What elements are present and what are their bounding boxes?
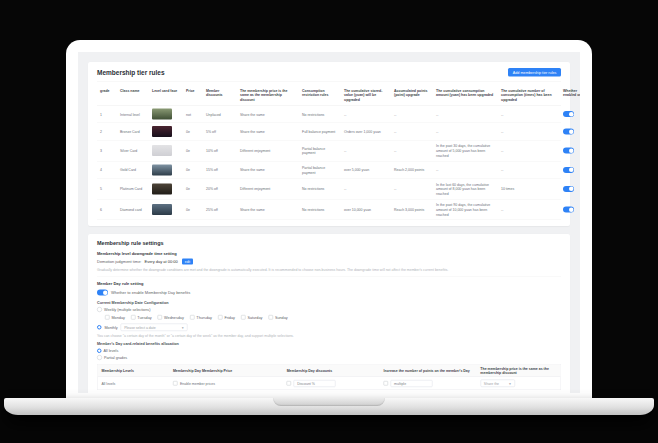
card-face-cell xyxy=(149,180,183,197)
member-discount-cell: 15% off xyxy=(203,164,237,175)
benefit-table-header-row: Membership Levels Membership Day Members… xyxy=(98,365,561,378)
level-card-face-image xyxy=(152,145,172,156)
column-header-cumulative-amount: The cumulative consumption amount (yuan)… xyxy=(433,85,498,100)
level-card-face-image xyxy=(152,164,172,175)
member-day-toggle-label: Whether to enable Membership Day benefit… xyxy=(111,290,190,295)
points-multiple-input[interactable]: multiple xyxy=(391,380,433,387)
weekday-option-tuesday[interactable]: Tuesday xyxy=(131,315,152,320)
card-header: Membership tier rules Add membership tie… xyxy=(97,68,561,82)
level-card-face-image xyxy=(152,109,172,120)
cumulative-amount-cell: In the past 30 days, the cumulative amou… xyxy=(433,141,498,161)
member-discount-cell: 10% off xyxy=(203,145,237,156)
column-header-consumption-rules: Consumption restriction rules xyxy=(299,85,341,100)
rule-settings-card: Membership rule settings Membership leve… xyxy=(88,234,570,393)
radio-icon[interactable] xyxy=(97,325,102,330)
points-cell: -- xyxy=(391,109,433,120)
member-day-toggle-row: Whether to enable Membership Day benefit… xyxy=(97,290,561,296)
column-header-cumulative-times: The cumulative number of consumption (ti… xyxy=(498,85,560,105)
table-header-row: grade Class name Level card face Price M… xyxy=(97,85,561,106)
checkbox-icon[interactable] xyxy=(268,315,273,320)
checkbox-icon[interactable] xyxy=(131,315,136,320)
demotion-time-edit-button[interactable]: edit xyxy=(182,259,193,265)
benefit-header-price-same: The membership price is the same as the … xyxy=(476,365,560,377)
radio-icon[interactable] xyxy=(97,307,102,312)
allocation-all-levels-option[interactable]: All levels xyxy=(97,349,561,354)
allocation-partial-label: Partial grades xyxy=(104,355,127,360)
checkbox-icon[interactable] xyxy=(218,315,223,320)
radio-icon[interactable] xyxy=(97,355,102,360)
enabled-toggle[interactable] xyxy=(563,111,574,117)
weekday-option-wednesday[interactable]: Wednesday xyxy=(158,315,184,320)
price-same-select[interactable]: Share the ▼ xyxy=(480,380,515,388)
weekday-option-friday[interactable]: Friday xyxy=(218,315,235,320)
page-content: Membership tier rules Add membership tie… xyxy=(78,52,580,393)
add-tier-rule-button[interactable]: Add membership tier rules xyxy=(508,68,561,77)
checkbox-icon[interactable] xyxy=(190,315,195,320)
grade-cell: 1 xyxy=(97,109,117,120)
table-row: 4Gold Card0e15% offShare the samePartial… xyxy=(97,161,561,179)
consumption-rule-cell: No restrictions xyxy=(299,184,341,195)
price-same-cell: Share the same xyxy=(237,109,299,120)
benefit-header-discounts: Membership Day discounts xyxy=(283,366,380,375)
checkbox-icon[interactable] xyxy=(105,315,110,320)
table-row: 1Internal levelnotUnplacedShare the same… xyxy=(97,106,561,124)
weekday-label: Monday xyxy=(112,315,125,320)
table-row: 3Silver Card0e10% offDifferent enjoyment… xyxy=(97,141,561,162)
level-card-face-image xyxy=(152,204,172,215)
radio-icon[interactable] xyxy=(97,349,102,354)
chevron-down-icon: ▼ xyxy=(508,382,511,385)
enabled-toggle[interactable] xyxy=(563,148,574,154)
cumulative-amount-cell: -- xyxy=(433,109,498,120)
column-header-price: Price xyxy=(183,85,203,96)
class-name-cell: Gold Card xyxy=(117,164,149,175)
enabled-toggle[interactable] xyxy=(563,186,574,192)
checkbox-icon[interactable] xyxy=(241,315,246,320)
stored-value-cell: -- xyxy=(341,145,391,156)
cumulative-amount-cell: -- xyxy=(433,164,498,175)
column-header-grade: grade xyxy=(97,85,117,96)
date-select[interactable]: Please select a date ▼ xyxy=(121,324,188,332)
allocation-partial-option[interactable]: Partial grades xyxy=(97,355,561,360)
enable-member-prices-checkbox[interactable] xyxy=(173,381,178,386)
cumulative-times-cell: -- xyxy=(498,109,560,120)
points-cell: -- xyxy=(391,126,433,137)
points-checkbox[interactable] xyxy=(384,381,389,386)
downgrade-heading: Membership level downgrade time setting xyxy=(97,251,561,256)
weekday-label: Thursday xyxy=(196,315,212,320)
level-card-face-image xyxy=(152,126,172,137)
tier-rules-table: grade Class name Level card face Price M… xyxy=(97,85,561,220)
enabled-toggle[interactable] xyxy=(563,167,574,173)
benefit-header-levels: Membership Levels xyxy=(98,366,169,375)
member-day-heading: Member Day rule setting xyxy=(97,282,561,287)
card-face-cell xyxy=(149,106,183,123)
monthly-option-label: Monthly xyxy=(105,325,118,330)
price-same-cell: Different enjoyment xyxy=(237,184,299,195)
enabled-toggle[interactable] xyxy=(563,207,574,213)
consumption-rule-cell: Full balance payment xyxy=(299,126,341,137)
weekday-label: Friday xyxy=(224,315,234,320)
consumption-rule-cell: No restrictions xyxy=(299,204,341,215)
member-day-toggle[interactable] xyxy=(97,290,108,296)
enabled-cell xyxy=(560,204,580,216)
class-name-cell: Diamond card xyxy=(117,204,149,215)
weekday-option-saturday[interactable]: Saturday xyxy=(241,315,263,320)
weekly-radio-option[interactable]: Weekly (multiple selections) xyxy=(97,307,561,312)
cumulative-times-cell: -- xyxy=(498,126,560,137)
monthly-radio-option[interactable]: Monthly Please select a date ▼ xyxy=(97,324,561,332)
weekly-option-label: Weekly (multiple selections) xyxy=(104,307,150,312)
discount-input[interactable]: Discount % xyxy=(294,380,336,387)
downgrade-note: Gradually determine whether the downgrad… xyxy=(97,268,561,272)
card-face-cell xyxy=(149,201,183,218)
table-body: 1Internal levelnotUnplacedShare the same… xyxy=(97,106,561,220)
weekday-option-monday[interactable]: Monday xyxy=(105,315,125,320)
class-name-cell: Bronze Card xyxy=(117,126,149,137)
weekday-option-sunday[interactable]: Sunday xyxy=(268,315,287,320)
checkbox-icon[interactable] xyxy=(158,315,163,320)
weekday-option-thursday[interactable]: Thursday xyxy=(190,315,212,320)
benefit-header-member-price: Membership Day Membership Price xyxy=(169,366,283,375)
demotion-time-value: Every day at 00:00 xyxy=(144,259,177,264)
card-face-cell xyxy=(149,161,183,178)
benefit-same-cell: Share the ▼ xyxy=(476,377,560,390)
enabled-toggle[interactable] xyxy=(563,129,574,135)
discount-checkbox[interactable] xyxy=(287,381,292,386)
